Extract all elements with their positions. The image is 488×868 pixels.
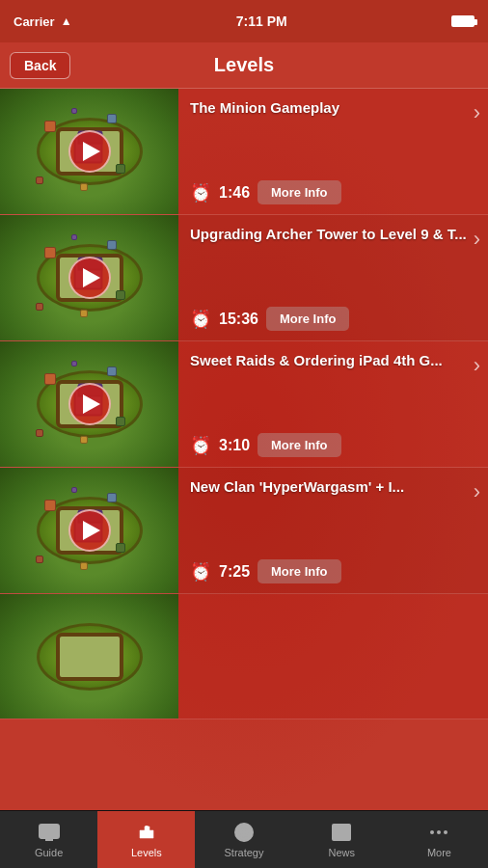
building	[107, 366, 117, 376]
tab-guide-label: Guide	[35, 847, 63, 858]
clock-icon: ⏰	[190, 561, 211, 583]
clock-icon: ⏰	[190, 309, 211, 330]
svg-point-17	[437, 830, 441, 834]
clock-icon: ⏰	[190, 182, 211, 203]
clock-icon: ⏰	[190, 435, 211, 456]
play-icon	[83, 142, 100, 161]
back-button[interactable]: Back	[10, 52, 70, 79]
building	[36, 429, 43, 437]
video-thumbnail	[0, 341, 178, 467]
play-icon	[83, 394, 100, 414]
tab-bar: Guide Levels Strategy News	[0, 810, 488, 868]
video-duration: 7:25	[219, 563, 250, 581]
building	[80, 562, 88, 570]
video-duration: 15:36	[219, 311, 258, 328]
svg-rect-0	[40, 825, 59, 838]
list-item[interactable]: Upgrading Archer Tower to Level 9 & T...…	[0, 215, 488, 341]
video-thumbnail	[0, 215, 178, 340]
building	[116, 164, 125, 174]
tab-strategy[interactable]: Strategy	[195, 811, 292, 868]
item-title: Sweet Raids & Ordering iPad 4th G...	[190, 351, 474, 370]
building	[80, 183, 88, 191]
tab-more-label: More	[427, 847, 451, 858]
svg-point-18	[444, 830, 447, 834]
levels-icon	[135, 821, 158, 844]
item-details: The Minion Gameplay › ⏰ 1:46 More Info	[178, 89, 488, 214]
play-button[interactable]	[68, 130, 111, 173]
list-item[interactable]: The Minion Gameplay › ⏰ 1:46 More Info	[0, 89, 488, 215]
video-duration: 3:10	[219, 437, 250, 454]
base-inner	[56, 633, 123, 681]
battery-indicator	[451, 15, 474, 27]
tab-levels-label: Levels	[131, 847, 162, 858]
time-display: 7:11 PM	[236, 14, 287, 29]
play-button[interactable]	[68, 383, 111, 425]
tab-strategy-label: Strategy	[225, 847, 264, 858]
chevron-right-icon: ›	[474, 479, 480, 504]
building	[71, 234, 77, 240]
tab-guide[interactable]: Guide	[0, 811, 97, 868]
tab-news[interactable]: News	[293, 811, 391, 868]
status-bar: Carrier ▲︎ 7:11 PM	[0, 0, 488, 42]
building	[80, 436, 88, 444]
building	[107, 240, 117, 250]
play-icon	[83, 268, 100, 287]
more-info-button[interactable]: More Info	[258, 180, 341, 204]
item-meta: ⏰ 1:46 More Info	[190, 180, 480, 204]
levels-list: The Minion Gameplay › ⏰ 1:46 More Info	[0, 89, 488, 810]
thumbnail-inner	[0, 594, 178, 719]
page-title: Levels	[214, 54, 274, 76]
item-details: Sweet Raids & Ordering iPad 4th G... › ⏰…	[178, 341, 488, 467]
item-details: New Clan 'HyperWargasm' + I... › ⏰ 7:25 …	[178, 468, 488, 593]
strategy-icon	[232, 821, 256, 844]
building	[71, 108, 77, 114]
svg-point-3	[145, 826, 149, 829]
video-thumbnail	[0, 594, 178, 719]
building	[71, 487, 77, 493]
chevron-right-icon: ›	[474, 227, 480, 252]
tab-more[interactable]: More	[391, 811, 488, 868]
carrier-info: Carrier ▲︎	[14, 14, 72, 29]
building	[71, 361, 77, 366]
video-duration: 1:46	[219, 184, 250, 202]
svg-point-6	[242, 830, 246, 834]
tab-levels[interactable]: Levels	[97, 811, 195, 868]
more-info-button[interactable]: More Info	[266, 307, 350, 331]
item-title: The Minion Gameplay	[190, 98, 474, 118]
title-row: Upgrading Archer Tower to Level 9 & T...…	[190, 225, 480, 252]
play-icon	[83, 521, 100, 540]
building	[36, 556, 43, 563]
video-thumbnail	[0, 468, 178, 593]
title-row: New Clan 'HyperWargasm' + I... ›	[190, 477, 480, 504]
video-thumbnail	[0, 89, 178, 214]
play-button[interactable]	[68, 257, 111, 299]
building	[44, 373, 56, 385]
building	[116, 290, 125, 300]
svg-rect-15	[333, 825, 338, 829]
building	[116, 417, 125, 426]
news-icon	[330, 821, 353, 844]
more-info-button[interactable]: More Info	[258, 559, 341, 583]
item-meta: ⏰ 3:10 More Info	[190, 433, 480, 457]
tab-news-label: News	[328, 847, 355, 858]
item-meta: ⏰ 15:36 More Info	[190, 307, 480, 331]
list-item-partial[interactable]	[0, 594, 488, 719]
building	[116, 543, 125, 553]
item-details: Upgrading Archer Tower to Level 9 & T...…	[178, 215, 488, 340]
list-item[interactable]: Sweet Raids & Ordering iPad 4th G... › ⏰…	[0, 341, 488, 468]
item-details	[178, 594, 488, 719]
chevron-right-icon: ›	[474, 353, 480, 378]
play-button[interactable]	[68, 509, 111, 552]
building	[80, 310, 88, 317]
item-title: Upgrading Archer Tower to Level 9 & T...	[190, 225, 474, 244]
building	[44, 121, 56, 132]
title-row: Sweet Raids & Ordering iPad 4th G... ›	[190, 351, 480, 378]
more-info-button[interactable]: More Info	[258, 433, 341, 457]
building	[36, 303, 43, 311]
item-meta: ⏰ 7:25 More Info	[190, 559, 480, 583]
list-item[interactable]: New Clan 'HyperWargasm' + I... › ⏰ 7:25 …	[0, 468, 488, 594]
title-row: The Minion Gameplay ›	[190, 98, 480, 125]
building	[36, 176, 43, 184]
item-title: New Clan 'HyperWargasm' + I...	[190, 477, 474, 497]
building	[44, 247, 56, 258]
